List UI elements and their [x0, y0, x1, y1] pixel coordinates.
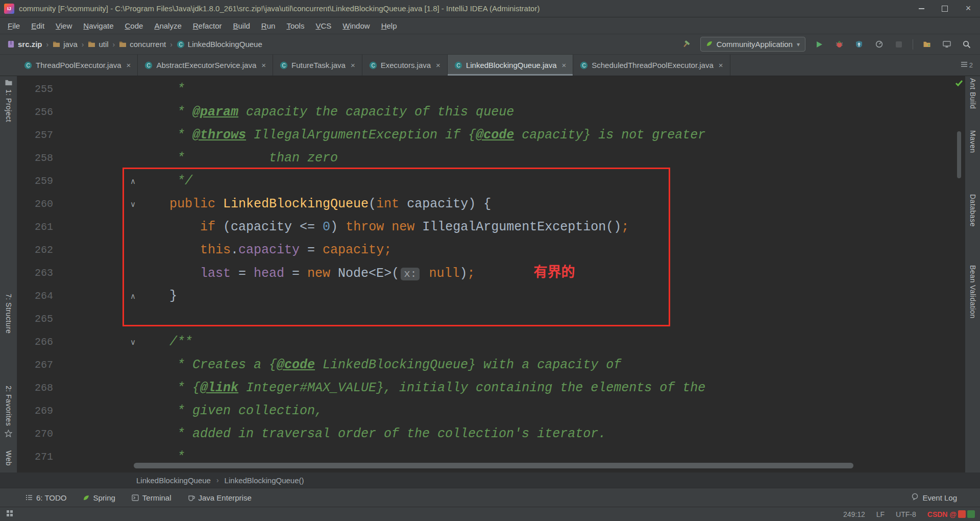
tool-stripe-button-ant-build[interactable]: Ant Build	[969, 78, 977, 109]
tool-stripe-button-database[interactable]: Database	[969, 194, 977, 227]
horizontal-scrollbar[interactable]	[134, 463, 853, 468]
line-number[interactable]: 258	[17, 147, 58, 170]
line-number[interactable]: 259	[17, 170, 58, 193]
fold-marker-icon[interactable]: ∧	[130, 292, 136, 301]
profiler-button[interactable]	[873, 38, 885, 51]
file-breadcrumb-item[interactable]: LinkedBlockingQueue()	[225, 476, 304, 485]
event-log-button[interactable]: Event Log	[911, 493, 957, 502]
search-everywhere-icon[interactable]	[961, 38, 973, 51]
toolwindow-button-6-todo[interactable]: 6: TODO	[26, 493, 66, 502]
line-number[interactable]: 256	[17, 101, 58, 124]
toolwindow-label: 6: TODO	[36, 493, 66, 502]
fold-marker-icon[interactable]: ∧	[130, 177, 136, 186]
code-token: @code	[277, 358, 315, 372]
fold-marker-icon[interactable]: ∨	[130, 338, 136, 347]
build-hammer-icon[interactable]	[680, 38, 693, 51]
minimize-button[interactable]	[910, 0, 933, 17]
maximize-button[interactable]	[933, 0, 957, 17]
code-token: @link	[200, 381, 238, 395]
toolwindow-button-terminal[interactable]: Terminal	[132, 493, 172, 502]
menu-item-help[interactable]: Help	[376, 19, 403, 33]
package-icon	[119, 41, 127, 48]
breadcrumb-item-linkedblockingqueue[interactable]: CLinkedBlockingQueue	[177, 40, 262, 49]
code-line: 265	[17, 307, 965, 330]
close-tab-icon[interactable]: ×	[436, 61, 440, 69]
menu-item-run[interactable]: Run	[256, 19, 281, 33]
line-separator[interactable]: LF	[876, 510, 885, 518]
close-tab-icon[interactable]: ×	[261, 61, 266, 69]
line-number[interactable]: 270	[17, 422, 58, 445]
line-number[interactable]: 267	[17, 353, 58, 376]
menu-item-code[interactable]: Code	[119, 19, 149, 33]
java-class-icon: C	[280, 61, 288, 69]
menu-item-window[interactable]: Window	[337, 19, 375, 33]
coverage-button[interactable]	[853, 38, 865, 51]
line-number[interactable]: 271	[17, 445, 58, 468]
fold-marker-icon[interactable]: ∨	[130, 200, 136, 209]
close-tab-icon[interactable]: ×	[719, 61, 723, 69]
breadcrumb-item-concurrent[interactable]: concurrent	[119, 40, 166, 49]
line-number[interactable]: 263	[17, 262, 58, 285]
window-controls: ×	[910, 0, 980, 17]
code-token: capacity	[238, 243, 300, 257]
line-number[interactable]: 265	[17, 307, 58, 330]
line-number[interactable]: 261	[17, 216, 58, 239]
line-number[interactable]: 268	[17, 376, 58, 399]
event-log-icon	[911, 493, 919, 502]
breadcrumb-item-src.zip[interactable]: src.zip	[7, 40, 42, 49]
toolwindow-button-spring[interactable]: Spring	[83, 493, 115, 502]
menu-item-view[interactable]: View	[50, 19, 78, 33]
hidden-tabs-widget[interactable]: 2	[961, 55, 980, 76]
editor-tab-linkedblockingqueue-java[interactable]: CLinkedBlockingQueue.java×	[448, 55, 573, 76]
file-encoding[interactable]: UTF-8	[896, 510, 916, 518]
tool-stripe-button-maven[interactable]: Maven	[969, 130, 977, 153]
menu-item-navigate[interactable]: Navigate	[78, 19, 119, 33]
code-token: ;	[467, 266, 475, 281]
line-number[interactable]: 269	[17, 399, 58, 422]
tool-stripe-button-1-project[interactable]: 1: Project	[5, 79, 13, 122]
debug-button[interactable]	[833, 38, 845, 51]
editor-tab-scheduledthreadpoolexecutor-java[interactable]: CScheduledThreadPoolExecutor.java×	[573, 55, 730, 76]
breadcrumb-item-util[interactable]: util	[88, 40, 108, 49]
toolwindow-switcher-icon[interactable]	[6, 510, 13, 519]
caret-position[interactable]: 249:12	[843, 510, 865, 518]
open-project-icon[interactable]	[921, 38, 933, 51]
line-number[interactable]: 257	[17, 124, 58, 147]
editor-tab-executors-java[interactable]: CExecutors.java×	[362, 55, 448, 76]
line-number[interactable]: 262	[17, 239, 58, 262]
tool-stripe-button-2-favorites[interactable]: 2: Favorites	[5, 386, 13, 437]
menu-item-vcs[interactable]: VCS	[310, 19, 337, 33]
line-number[interactable]: 255	[17, 78, 58, 101]
editor-tab-threadpoolexecutor-java[interactable]: CThreadPoolExecutor.java×	[17, 55, 138, 76]
close-tab-icon[interactable]: ×	[127, 61, 131, 69]
line-number[interactable]: 264	[17, 285, 58, 307]
run-button[interactable]	[813, 38, 825, 51]
breadcrumb-label: LinkedBlockingQueue	[188, 40, 262, 49]
vertical-scrollbar[interactable]	[957, 131, 961, 178]
code-editor[interactable]: 255 *256 * @param capacity the capacity …	[17, 76, 965, 472]
menu-item-edit[interactable]: Edit	[26, 19, 50, 33]
file-breadcrumb-item[interactable]: LinkedBlockingQueue	[136, 476, 211, 485]
close-button[interactable]: ×	[957, 0, 980, 17]
breadcrumb-separator-icon: ›	[46, 40, 49, 49]
editor-tab-futuretask-java[interactable]: CFutureTask.java×	[273, 55, 362, 76]
breadcrumb-separator-icon: ›	[170, 40, 173, 49]
layout-icon[interactable]	[941, 38, 953, 51]
tool-stripe-button-7-structure[interactable]: 7: Structure	[5, 294, 13, 334]
breadcrumb-item-java[interactable]: java	[53, 40, 78, 49]
run-config-selector[interactable]: CommunityApplication ▾	[700, 37, 805, 52]
tool-stripe-button-web[interactable]: Web	[5, 451, 13, 466]
menu-item-file[interactable]: File	[2, 19, 26, 33]
menu-item-tools[interactable]: Tools	[281, 19, 310, 33]
menu-item-build[interactable]: Build	[227, 19, 255, 33]
toolwindow-button-java-enterprise[interactable]: Java Enterprise	[188, 493, 252, 502]
line-number[interactable]: 266	[17, 330, 58, 353]
svg-text:C: C	[26, 62, 30, 68]
menu-item-analyze[interactable]: Analyze	[149, 19, 187, 33]
editor-tab-abstractexecutorservice-java[interactable]: CAbstractExecutorService.java×	[138, 55, 273, 76]
menu-item-refactor[interactable]: Refactor	[187, 19, 228, 33]
close-tab-icon[interactable]: ×	[562, 61, 567, 69]
tool-stripe-button-bean-validation[interactable]: Bean Validation	[969, 265, 977, 319]
close-tab-icon[interactable]: ×	[351, 61, 355, 69]
line-number[interactable]: 260	[17, 193, 58, 216]
